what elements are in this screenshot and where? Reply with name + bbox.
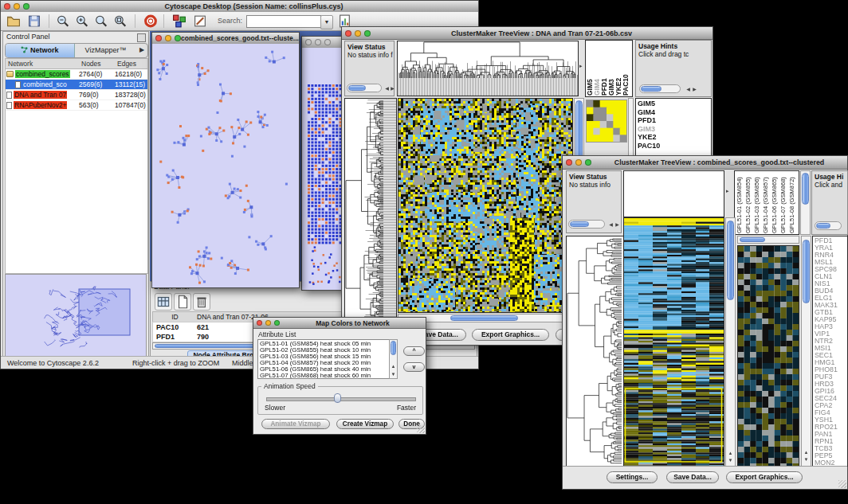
zoom-out-icon[interactable] [55,14,71,29]
zoom-fit-icon[interactable] [112,14,128,29]
minimize-button[interactable] [355,30,361,37]
tv1-status-scrollbar[interactable] [347,84,382,92]
delete-attribute-trash-icon[interactable] [193,293,210,311]
network-list-row[interactable]: DNA and Tran 07 769(0) 183728(0) [6,90,147,100]
open-file-icon[interactable] [6,14,22,29]
annotation-icon[interactable] [192,14,208,29]
tv2-column-dendrogram[interactable] [623,170,724,217]
zoom-in-icon[interactable] [74,14,90,29]
tv1-mini-heatmap[interactable] [586,100,627,143]
scroll-down-arrow-icon[interactable]: ▼ [389,372,398,377]
tab-network[interactable]: Network [6,44,75,57]
move-down-button[interactable]: v [403,362,425,372]
network1-canvas[interactable] [152,44,299,287]
search-input[interactable] [246,15,321,28]
tv2-status-scroll-pill[interactable] [570,221,589,227]
tv2-heatmap[interactable] [623,217,724,467]
close-button[interactable] [566,159,572,166]
close-button[interactable] [257,320,262,326]
attribute-list-item[interactable]: GPL51-02 (GSM855) heat shock 10 min [258,347,397,354]
tv2-export-graphics-button[interactable]: Export Graphics... [726,471,803,483]
float-panel-icon[interactable] [137,33,146,42]
tv2-column-label[interactable]: GPL51-03 (GSM856) [753,172,762,233]
minimize-button[interactable] [14,3,20,10]
tv1-mini-heatmap-canvas[interactable] [587,100,626,142]
close-button[interactable] [155,35,162,41]
tv2-usage-scroll-pill[interactable] [816,223,830,229]
tv1-heatmap[interactable] [398,98,573,313]
attribute-list-item[interactable]: GPL51-06 (GSM865) heat shock 40 min [258,366,397,373]
tv1-column-dendrogram-canvas[interactable] [398,41,578,96]
minimize-button[interactable] [315,39,321,45]
minimize-button[interactable] [165,35,171,41]
tv1-heatmap-canvas[interactable] [398,99,572,312]
tv1-status-scroll-pill[interactable] [348,85,366,91]
tv1-row-dendrogram-canvas[interactable] [345,99,396,322]
tv2-save-data-button[interactable]: Save Data... [666,471,719,483]
network1-titlebar[interactable]: combined_scores_good.txt--cluste... [152,33,299,45]
zoom-button[interactable] [324,39,331,45]
tv2-heatmap-vscroll-pill[interactable] [727,221,734,300]
scroll-up-arrow-icon[interactable]: ▲ [802,450,811,455]
tv2-genelist-vscrollbar[interactable]: ▲ ▼ [801,236,811,467]
attribute-list-item[interactable]: GPL51-03 (GSM856) heat shock 15 min [258,354,397,360]
main-titlebar[interactable]: Cytoscape Desktop (Session Name: collins… [1,1,478,13]
attribute-list-item[interactable]: GPL51-07 (GSM868) heat shock 60 min [258,373,397,379]
attribute-list-item[interactable]: GPL51-01 (GSM854) heat shock 05 min [258,341,397,347]
minimize-button[interactable] [265,320,271,326]
save-session-icon[interactable] [26,14,42,29]
vizmapper-icon[interactable] [171,14,187,29]
tab-vizmapper[interactable]: VizMapper™ [75,44,136,57]
treeview2-titlebar[interactable]: ClusterMaker TreeView : combined_scores_… [563,156,847,170]
tv2-col-overflow-arrow-icon[interactable]: ▸ [726,188,729,194]
network-list-row[interactable]: combined_scores 2764(0) 16218(0) [6,69,147,80]
tv1-row-dendrogram[interactable] [344,98,397,322]
move-up-button[interactable]: ^ [403,346,425,356]
attribute-list-vscroll-pill[interactable] [391,341,396,355]
tv1-gene-item[interactable]: PAC10 [636,142,711,150]
tv1-usage-scroll-pill[interactable] [641,86,662,92]
tv1-column-label[interactable]: GIM4 [594,41,601,96]
scroll-up-arrow-icon[interactable]: ▲ [389,364,398,369]
dialog-titlebar[interactable]: Map Colors to Network [253,318,426,329]
tv2-collabel-vscrollbar[interactable] [800,170,811,235]
tv2-genelist-vscroll-pill[interactable] [803,240,810,303]
tv1-heatmap-hscroll-pill[interactable] [450,315,518,321]
zoom-button[interactable] [175,35,181,41]
tv2-row-dendrogram[interactable] [566,236,624,467]
scroll-up-arrow-icon[interactable]: ▲ [726,451,735,455]
tv1-column-label[interactable]: GIM3 [608,41,615,96]
tv2-heatmap-vscrollbar[interactable]: ▲ ▼ [725,217,736,467]
tv1-gene-item[interactable]: GIM4 [636,108,711,117]
tv1-column-label[interactable]: YKE2 [615,41,622,96]
tv1-column-label[interactable]: PFD1 [601,41,608,96]
attribute-list-vscrollbar[interactable]: ▲ ▼ [389,339,398,379]
scroll-down-arrow-icon[interactable]: ▼ [802,457,811,462]
network-list-row[interactable]: RNAPuberNov2+ 563(0) 107847(0) [6,100,147,111]
resize-grip-icon[interactable] [417,425,425,433]
zoom-selected-icon[interactable] [93,14,109,29]
network1-canvas-area[interactable] [152,44,299,287]
tv1-column-label[interactable]: GIM5 [587,41,594,96]
tv2-heatmap-canvas[interactable] [624,218,724,466]
tv1-usage-scrollbar[interactable] [639,84,681,93]
treeview1-titlebar[interactable]: ClusterMaker TreeView : DNA and Tran 07-… [342,27,713,40]
tv2-column-label[interactable]: GPL51-01 (GSM854) [736,172,744,233]
tab-overflow-arrow-icon[interactable]: ▶ [136,44,147,57]
attribute-list-item[interactable]: GPL51-04 (GSM857) heat shock 20 min [258,360,397,366]
scroll-down-arrow-icon[interactable]: ▼ [726,458,735,463]
tv2-column-label[interactable]: GPL51-08 (GSM872) [788,172,797,233]
tv1-gene-item[interactable]: YKE2 [636,133,711,142]
create-vizmap-button[interactable]: Create Vizmap [336,419,394,429]
tv2-column-label[interactable]: GPL51-07 (GSM868) [779,172,788,233]
tv1-gene-item[interactable]: GIM3 [636,125,711,134]
tv1-gene-item[interactable]: PFD1 [636,116,711,125]
tv2-zoom-heatmap-canvas[interactable] [738,246,799,466]
zoom-button[interactable] [364,30,371,37]
tv2-zoom-hscroll-pill[interactable] [740,237,765,242]
scroll-right-arrow-icon[interactable]: ▶ [388,86,397,91]
scroll-right-arrow-icon[interactable]: ▶ [690,87,699,92]
tv2-column-label[interactable]: GPL51-02 (GSM855) [744,172,753,233]
network-overview-canvas[interactable] [6,275,146,356]
scroll-right-arrow-icon[interactable]: ▶ [613,222,622,227]
